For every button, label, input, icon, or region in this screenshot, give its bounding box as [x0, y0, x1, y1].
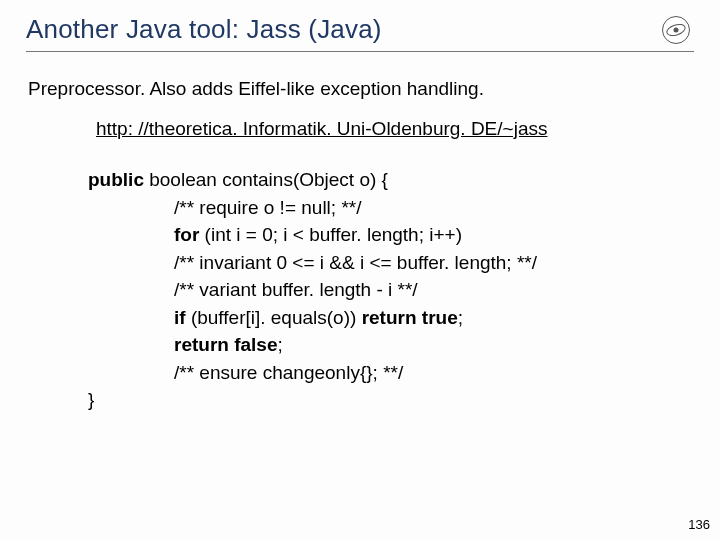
- keyword-return: return: [362, 307, 417, 328]
- code-line: /** require o != null; **/: [174, 194, 694, 222]
- code-line: for (int i = 0; i < buffer. length; i++): [174, 221, 694, 249]
- code-line: return false;: [174, 331, 694, 359]
- keyword-true: true: [417, 307, 458, 328]
- page-number: 136: [688, 517, 710, 532]
- keyword-if: if: [174, 307, 186, 328]
- intro-text: Preprocessor. Also adds Eiffel-like exce…: [28, 78, 694, 100]
- code-block: public boolean contains(Object o) { /** …: [88, 166, 694, 414]
- tool-link[interactable]: http: //theoretica. Informatik. Uni-Olde…: [96, 118, 694, 140]
- code-line: /** variant buffer. length - i **/: [174, 276, 694, 304]
- code-text: ;: [458, 307, 463, 328]
- code-line: }: [88, 386, 694, 414]
- code-line: if (buffer[i]. equals(o)) return true;: [174, 304, 694, 332]
- keyword-return: return: [174, 334, 229, 355]
- code-line: public boolean contains(Object o) {: [88, 166, 694, 194]
- code-text: boolean contains(Object o) {: [144, 169, 388, 190]
- keyword-for: for: [174, 224, 199, 245]
- slide-title: Another Java tool: Jass (Java): [26, 14, 382, 45]
- logo-icon: [662, 16, 690, 44]
- code-text: ;: [278, 334, 283, 355]
- code-line: /** invariant 0 <= i && i <= buffer. len…: [174, 249, 694, 277]
- keyword-false: false: [229, 334, 278, 355]
- code-line: /** ensure changeonly{}; **/: [174, 359, 694, 387]
- code-text: (buffer[i]. equals(o)): [186, 307, 362, 328]
- code-text: (int i = 0; i < buffer. length; i++): [199, 224, 462, 245]
- keyword-public: public: [88, 169, 144, 190]
